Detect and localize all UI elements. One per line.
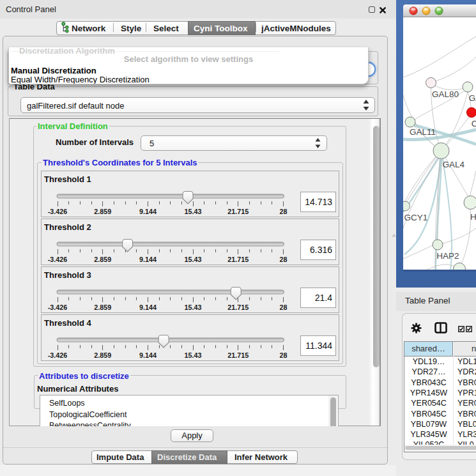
svg-text:21.715: 21.715: [227, 208, 249, 215]
svg-text:GAL11: GAL11: [410, 127, 436, 137]
svg-text:-3.426: -3.426: [48, 303, 68, 311]
svg-text:21.715: 21.715: [227, 256, 249, 263]
svg-text:15.43: 15.43: [185, 208, 202, 215]
svg-text:15.43: 15.43: [185, 303, 202, 311]
svg-text:9.144: 9.144: [139, 303, 157, 311]
svg-text:HI: HI: [470, 212, 476, 222]
svg-text:28: 28: [279, 351, 287, 359]
svg-text:GAL4: GAL4: [443, 160, 465, 169]
svg-text:2.859: 2.859: [94, 351, 111, 359]
svg-text:2.859: 2.859: [94, 208, 111, 215]
svg-text:9.144: 9.144: [139, 351, 157, 359]
svg-text:-3.426: -3.426: [48, 208, 68, 215]
svg-text:-3.426: -3.426: [48, 351, 68, 359]
svg-text:2.859: 2.859: [94, 256, 111, 263]
svg-text:15.43: 15.43: [185, 351, 202, 359]
svg-text:GAL80: GAL80: [432, 89, 459, 99]
svg-text:28: 28: [279, 303, 287, 311]
svg-text:28: 28: [279, 256, 287, 263]
svg-text:15.43: 15.43: [185, 256, 202, 263]
svg-text:2.859: 2.859: [94, 303, 111, 311]
svg-text:21.715: 21.715: [227, 303, 249, 311]
svg-text:GCY1: GCY1: [404, 213, 428, 222]
svg-text:28: 28: [279, 208, 287, 215]
svg-text:GA: GA: [469, 93, 476, 103]
svg-text:HAP2: HAP2: [436, 251, 459, 261]
svg-text:9.144: 9.144: [139, 208, 157, 215]
svg-text:CD: CD: [472, 119, 476, 128]
svg-text:21.715: 21.715: [227, 351, 249, 359]
svg-text:-3.426: -3.426: [48, 256, 68, 263]
svg-text:9.144: 9.144: [139, 256, 157, 263]
